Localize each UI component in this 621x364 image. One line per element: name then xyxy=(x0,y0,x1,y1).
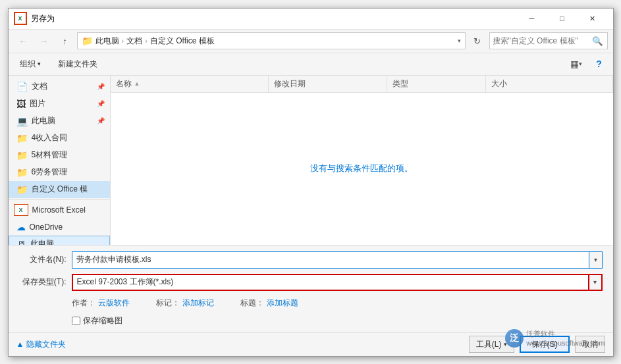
sidebar-item-onedrive-label: OneDrive xyxy=(30,222,105,232)
breadcrumb-dropdown-icon: ▾ xyxy=(458,38,461,44)
thumbnail-checkbox-wrap[interactable]: 保存缩略图 xyxy=(72,315,122,326)
sidebar-item-onedrive[interactable]: ☁ OneDrive xyxy=(9,219,110,236)
app-icon: X xyxy=(14,12,27,25)
search-input[interactable] xyxy=(493,36,591,45)
excel-icon: X xyxy=(14,204,28,216)
sidebar-item-documents-label: 文档 xyxy=(32,81,93,92)
watermark-line1: 泛普软件 xyxy=(526,329,605,338)
search-button[interactable]: 🔍 xyxy=(591,33,605,49)
breadcrumb-sep1: › xyxy=(122,37,124,45)
dialog-title: 另存为 xyxy=(31,13,517,24)
sidebar-item-folder1[interactable]: 📁 4收入合同 xyxy=(9,130,110,147)
minimize-button[interactable]: ─ xyxy=(517,8,547,29)
up-button[interactable]: ↑ xyxy=(56,32,74,49)
filetype-row: 保存类型(T): ▾ xyxy=(19,273,603,292)
sidebar-item-pictures[interactable]: 🖼 图片 📌 xyxy=(9,95,110,113)
thumbnail-row: 保存缩略图 xyxy=(19,314,603,328)
new-folder-button[interactable]: 新建文件夹 xyxy=(52,55,103,72)
search-icon: 🔍 xyxy=(592,36,603,46)
filetype-dropdown-icon: ▾ xyxy=(593,278,597,286)
pictures-icon: 🖼 xyxy=(16,99,26,109)
filetype-input[interactable] xyxy=(72,274,589,291)
refresh-icon: ↻ xyxy=(473,36,481,46)
filename-row: 文件名(N): ▾ xyxy=(19,251,603,269)
title-meta: 标题： 添加标题 xyxy=(240,298,298,309)
col-type[interactable]: 类型 xyxy=(387,76,486,92)
sidebar-item-thispc-label: 此电脑 xyxy=(32,115,93,126)
tags-meta: 标记： 添加标记 xyxy=(156,298,214,309)
up-icon: ↑ xyxy=(63,36,67,46)
main-content: 📄 文档 📌 🖼 图片 📌 💻 此电脑 📌 📁 4收入合同 xyxy=(9,76,613,245)
col-size[interactable]: 大小 xyxy=(486,76,613,92)
filetype-label: 保存类型(T): xyxy=(19,276,72,288)
folder1-icon: 📁 xyxy=(16,133,28,143)
help-button[interactable]: ? xyxy=(591,55,608,72)
thumbnail-checkbox[interactable] xyxy=(72,317,80,325)
watermark-text: 泛普软件 www.fanpusoftware.com xyxy=(526,329,605,348)
watermark-logo: 泛 xyxy=(505,329,524,348)
filetype-dropdown-button[interactable]: ▾ xyxy=(589,274,603,291)
file-list-header: 名称 ▲ 修改日期 类型 大小 xyxy=(111,76,613,93)
back-icon: ← xyxy=(18,36,27,46)
onedrive-icon: ☁ xyxy=(16,222,26,232)
sidebar-item-excel-label: Microsoft Excel xyxy=(32,205,105,215)
window-controls: ─ □ ✕ xyxy=(517,8,608,29)
filetype-input-wrap: ▾ xyxy=(72,274,603,291)
title-value[interactable]: 添加标题 xyxy=(267,298,298,309)
breadcrumb-thispc: 此电脑 xyxy=(95,36,119,47)
filename-dropdown-button[interactable]: ▾ xyxy=(589,251,603,269)
col-date[interactable]: 修改日期 xyxy=(269,76,387,92)
tools-label: 工具(L) xyxy=(476,339,502,350)
forward-button[interactable]: → xyxy=(35,32,53,49)
sidebar-item-folder4-label: 自定义 Office 模 xyxy=(32,184,105,195)
hide-folders-button[interactable]: ▲ 隐藏文件夹 xyxy=(16,339,67,350)
pin-icon3: 📌 xyxy=(97,117,105,124)
author-meta: 作者： 云版软件 xyxy=(72,298,130,309)
breadcrumb-bar[interactable]: 📁 此电脑 › 文档 › 自定义 Office 模板 ▾ xyxy=(77,32,466,49)
search-box[interactable]: 🔍 xyxy=(489,32,608,49)
sidebar-item-pictures-label: 图片 xyxy=(30,98,93,109)
close-button[interactable]: ✕ xyxy=(578,8,608,29)
view-button[interactable]: ▦ ▾ xyxy=(567,55,585,72)
breadcrumb-folder: 自定义 Office 模板 xyxy=(150,36,215,47)
thispc-icon: 💻 xyxy=(16,116,28,126)
back-button[interactable]: ← xyxy=(14,32,32,49)
organize-toolbar: 组织 ▾ 新建文件夹 ▦ ▾ ? xyxy=(9,53,613,76)
sidebar-item-folder2[interactable]: 📁 5材料管理 xyxy=(9,147,110,164)
sidebar-item-folder4[interactable]: 📁 自定义 Office 模 xyxy=(9,181,110,198)
col-size-label: 大小 xyxy=(491,78,507,90)
maximize-button[interactable]: □ xyxy=(547,8,578,29)
sidebar-divider1 xyxy=(9,199,110,200)
thumbnail-label[interactable]: 保存缩略图 xyxy=(83,315,122,326)
sidebar-item-folder3-label: 6劳务管理 xyxy=(32,167,105,178)
sidebar-item-folder3[interactable]: 📁 6劳务管理 xyxy=(9,164,110,181)
watermark-line2: www.fanpusoftware.com xyxy=(526,338,605,348)
view-icon: ▦ xyxy=(570,59,579,69)
nav-toolbar: ← → ↑ 📁 此电脑 › 文档 › 自定义 Office 模板 ▾ ↻ 🔍 xyxy=(9,30,613,53)
sidebar-item-documents[interactable]: 📄 文档 📌 xyxy=(9,78,110,95)
tags-label: 标记： xyxy=(156,298,180,309)
col-date-label: 修改日期 xyxy=(274,78,306,90)
sidebar-item-thispc2[interactable]: 🖥 此电脑 xyxy=(9,236,110,245)
sidebar: 📄 文档 📌 🖼 图片 📌 💻 此电脑 📌 📁 4收入合同 xyxy=(9,76,111,245)
sidebar-item-thispc[interactable]: 💻 此电脑 📌 xyxy=(9,113,110,130)
new-folder-label: 新建文件夹 xyxy=(58,59,97,70)
author-value[interactable]: 云版软件 xyxy=(98,298,130,309)
watermark: 泛 泛普软件 www.fanpusoftware.com xyxy=(505,329,605,348)
col-name[interactable]: 名称 ▲ xyxy=(111,76,269,92)
tags-value[interactable]: 添加标记 xyxy=(182,298,214,309)
sidebar-item-thispc2-label: 此电脑 xyxy=(30,238,104,245)
meta-row: 作者： 云版软件 标记： 添加标记 标题： 添加标题 xyxy=(19,296,603,311)
sidebar-item-excel[interactable]: X Microsoft Excel xyxy=(9,201,110,219)
file-list-body: 没有与搜索条件匹配的项。 xyxy=(111,93,613,245)
documents-icon: 📄 xyxy=(16,82,28,92)
help-icon: ? xyxy=(596,59,602,69)
organize-dropdown-icon: ▾ xyxy=(38,61,41,67)
empty-message: 没有与搜索条件匹配的项。 xyxy=(310,163,413,174)
refresh-button[interactable]: ↻ xyxy=(468,32,487,49)
filename-input-wrap: ▾ xyxy=(72,251,603,269)
thispc2-icon: 🖥 xyxy=(17,239,26,245)
filename-input[interactable] xyxy=(72,251,589,269)
title-label: 标题： xyxy=(240,298,264,309)
organize-button[interactable]: 组织 ▾ xyxy=(14,55,47,72)
